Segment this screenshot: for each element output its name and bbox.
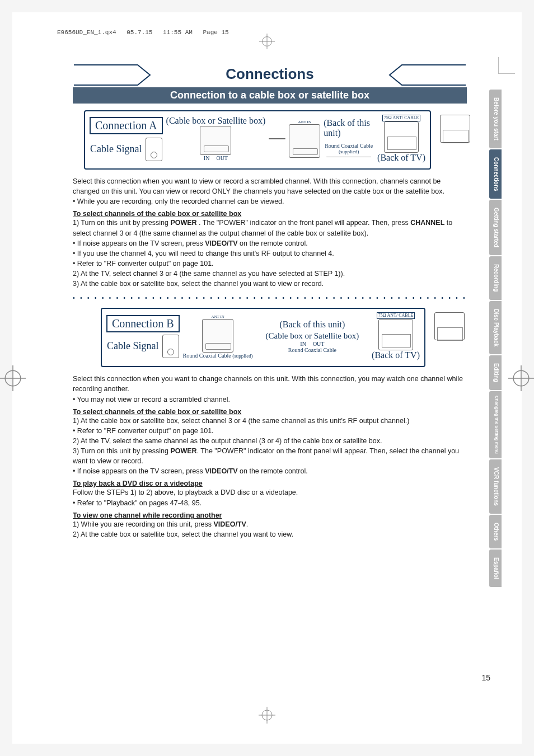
in-label-a: IN [204, 155, 210, 161]
tab-connections[interactable]: Connections [489, 149, 502, 199]
registration-mark-right-icon [508, 365, 534, 391]
conn-b-rec2: 2) At the cable box or satellite box, se… [73, 529, 467, 539]
cablebox-label-a: (Cable box or Satellite box) [166, 116, 266, 126]
ant-marker-a: 75Ω ANT/ CABLE [382, 115, 421, 121]
connection-a-label: Connection A [90, 117, 163, 134]
back-of-unit-label-b: (Back of this unit) [279, 320, 345, 330]
tab-changing-setting[interactable]: Changing the Setting menu [489, 391, 502, 458]
page-sheet: E9656UD_EN_1.qx4 05.7.15 11:55 AM Page 1… [12, 12, 522, 744]
supplied-label-a: (supplied) [339, 149, 359, 154]
coax-cable-icon [326, 157, 371, 158]
connection-b-label: Connection B [106, 315, 180, 332]
back-of-tv-label-a: (Back of TV) [377, 153, 425, 163]
tab-espanol[interactable]: Español [489, 550, 502, 587]
ant-in-label-a: ANT IN [298, 120, 311, 124]
separator-dots: • • • • • • • • • • • • • • • • • • • • … [73, 294, 467, 301]
tv-rear-icon [384, 121, 419, 153]
ant-in-label-b: ANT IN [211, 314, 224, 319]
conn-b-step3a: • If noise appears on the TV screen, pre… [73, 466, 467, 476]
conn-a-step1: 1) Turn on this unit by pressing POWER .… [73, 218, 467, 238]
conn-b-subhead1: To select channels of the cable box or s… [73, 408, 467, 416]
page-content: Connections Connection to a cable box or… [73, 64, 467, 539]
coax1-label-b: Round Coaxial Cable (supplied) [183, 353, 253, 359]
conn-b-intro: Select this connection when you want to … [73, 374, 467, 394]
page-number: 15 [481, 673, 490, 682]
unit-front-icon [440, 115, 470, 143]
conn-b-subhead2: To play back a DVD disc or a videotape [73, 480, 467, 487]
tab-others[interactable]: Others [489, 515, 502, 548]
wall-outlet-icon [162, 335, 179, 358]
conn-a-subhead: To select channels of the cable box or s… [73, 210, 467, 218]
tab-getting-started[interactable]: Getting started [489, 200, 502, 255]
title-bracket: Connections [73, 64, 467, 86]
section-heading: Connection to a cable box or satellite b… [73, 87, 467, 104]
conn-a-step2: 2) At the TV, select channel 3 or 4 (the… [73, 269, 467, 279]
registration-mark-top-icon [259, 34, 275, 49]
page-title: Connections [226, 65, 313, 82]
conn-b-step2: 2) At the TV, select the same channel as… [73, 436, 467, 446]
side-tab-strip: Before you start Connections Getting sta… [489, 90, 502, 588]
unit-rear-icon [289, 124, 320, 158]
cablebox-label-b: (Cable box or Satellite box) [266, 332, 359, 341]
conn-b-playback1: Follow the STEPs 1) to 2) above, to play… [73, 487, 467, 497]
conn-a-bullet1: • While you are recording, only the reco… [73, 196, 467, 206]
coax2-label-b: Round Coaxial Cable [288, 347, 336, 353]
in-label-b: IN [300, 341, 306, 347]
registration-mark-left-icon [0, 365, 26, 391]
back-of-unit-label-a: (Back of this unit) [324, 118, 374, 138]
crop-mark-icon [498, 57, 515, 74]
conn-b-subhead3: To view one channel while recording anot… [73, 511, 467, 519]
cable-signal-label-a: Cable Signal [90, 144, 142, 155]
conn-a-step3: 3) At the cable box or satellite box, se… [73, 279, 467, 289]
back-of-tv-label-b: (Back of TV) [372, 350, 420, 360]
header-time: 11:55 AM [163, 29, 193, 36]
conn-a-step1a: • If noise appears on the TV screen, pre… [73, 238, 467, 248]
wall-outlet-icon [146, 138, 162, 161]
header-date: 05.7.15 [127, 29, 152, 36]
conn-b-step3: 3) Turn on this unit by pressing POWER. … [73, 446, 467, 466]
conn-b-step1: 1) At the cable box or satellite box, se… [73, 416, 467, 426]
conn-b-step1a: • Refer to "RF converter output" on page… [73, 426, 467, 436]
conn-b-rec1: 1) While you are recording on this unit,… [73, 519, 467, 529]
conn-a-step1b: • If you use the channel 4, you will nee… [73, 248, 467, 259]
tv-rear-icon [378, 319, 413, 350]
coax-cable-icon [269, 138, 285, 139]
ant-marker-b: 75Ω ANT/ CABLE [377, 312, 415, 319]
tab-before-you-start[interactable]: Before you start [489, 90, 502, 148]
tab-recording[interactable]: Recording [489, 256, 502, 299]
conn-a-step1c: • Refer to "RF converter output" on page… [73, 259, 467, 269]
tab-disc-playback[interactable]: Disc Playback [489, 301, 502, 354]
tab-editing[interactable]: Editing [489, 355, 502, 390]
conn-b-bullet1: • You may not view or record a scrambled… [73, 395, 467, 405]
tab-vcr-functions[interactable]: VCR functions [489, 459, 502, 514]
coax-label-a: Round Coaxial Cable [325, 143, 373, 149]
cable-signal-label-b: Cable Signal [107, 341, 159, 352]
header-page: Page 15 [203, 29, 228, 36]
out-label-a: OUT [216, 155, 228, 161]
print-header: E9656UD_EN_1.qx4 05.7.15 11:55 AM Page 1… [57, 29, 236, 36]
connection-b-diagram: Connection B Cable Signal ANT IN Round C… [101, 308, 425, 367]
unit-front-icon [434, 312, 465, 340]
unit-rear-icon [202, 319, 233, 353]
cable-box-icon [200, 126, 231, 155]
conn-b-playback1a: • Refer to "Playback" on pages 47-48, 95… [73, 498, 467, 508]
connection-a-diagram: Connection A Cable Signal (Cable box or … [84, 110, 431, 170]
out-label-b: OUT [313, 341, 325, 347]
header-file: E9656UD_EN_1.qx4 [57, 29, 116, 36]
registration-mark-bottom-icon [259, 707, 275, 724]
conn-a-intro: Select this connection when you want to … [73, 176, 467, 196]
